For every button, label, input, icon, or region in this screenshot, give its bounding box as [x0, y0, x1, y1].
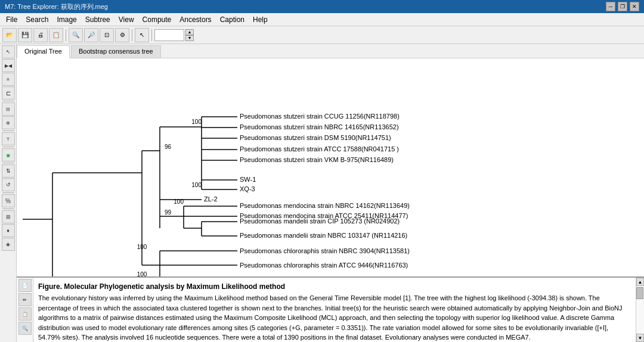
sidebar-sep-3 [2, 147, 14, 147]
menu-ancestors[interactable]: Ancestors [176, 14, 215, 25]
flip-tool[interactable]: ⇅ [2, 164, 15, 178]
toolbar-separator-2 [132, 29, 132, 41]
svg-text:Pseudomonas mendocina strain N: Pseudomonas mendocina strain NBRC 14162(… [240, 202, 410, 209]
spin-down[interactable]: ▼ [185, 35, 194, 41]
svg-text:SW-1: SW-1 [240, 176, 256, 183]
color-tool[interactable]: ■ [2, 148, 15, 161]
toolbar: 📂 💾 🖨 📋 🔍 🔎 ⊡ ⚙ ↖ ▲ ▼ [0, 26, 644, 44]
svg-text:96: 96 [165, 144, 172, 150]
svg-text:Pseudomonas stutzeri strain CC: Pseudomonas stutzeri strain CCUG 11256(N… [240, 113, 400, 120]
svg-text:99: 99 [165, 209, 172, 216]
info-tool[interactable]: % [2, 194, 15, 207]
sidebar-sep-6 [2, 209, 14, 209]
tab-original-tree[interactable]: Original Tree [17, 45, 70, 58]
figure-text: Figure. Molecular Phylogenetic analysis … [33, 278, 636, 342]
copy-button[interactable]: 📋 [49, 28, 63, 42]
menu-bar: File Search Image Subtree View Compute A… [0, 13, 644, 26]
zoom-in-button[interactable]: 🔍 [69, 28, 83, 42]
close-button[interactable]: ✕ [630, 2, 639, 11]
settings-button[interactable]: ⚙ [115, 28, 129, 42]
app-title: M7: Tree Explorer: 获取的序列.meg [5, 2, 108, 11]
menu-image[interactable]: Image [53, 14, 80, 25]
svg-text:Pseudomonas chlororaphis strai: Pseudomonas chlororaphis strain DSM 5008… [240, 276, 411, 276]
scroll-thumb[interactable] [636, 287, 643, 299]
fig-icon-4[interactable]: 🔍 [18, 322, 32, 335]
rotate-tool[interactable]: ↺ [2, 178, 15, 191]
extra-tool-2[interactable]: ♦ [2, 224, 15, 237]
sidebar-sep-1 [2, 101, 14, 101]
figure-icons: 📄 ✏ 📋 🔍 [17, 278, 33, 342]
svg-text:ZL-2: ZL-2 [204, 195, 218, 203]
zoom-out-button[interactable]: 🔎 [84, 28, 98, 42]
fig-icon-1[interactable]: 📄 [18, 279, 32, 292]
figure-scrollbar: ▲ ▼ [636, 278, 644, 342]
restore-button[interactable]: ❐ [618, 2, 627, 11]
svg-text:100: 100 [191, 119, 202, 125]
sidebar-sep-5 [2, 192, 14, 193]
svg-text:100: 100 [191, 182, 202, 188]
print-button[interactable]: 🖨 [33, 28, 48, 42]
scroll-up-button[interactable]: ▲ [636, 278, 644, 286]
svg-text:Pseudomonas chlororaphis strai: Pseudomonas chlororaphis strain ATCC 944… [240, 262, 408, 269]
save-button[interactable]: 💾 [18, 28, 32, 42]
title-bar: M7: Tree Explorer: 获取的序列.meg ─ ❐ ✕ [0, 0, 644, 13]
value-input[interactable] [154, 29, 184, 41]
minimize-button[interactable]: ─ [606, 2, 615, 11]
sidebar-sep-2 [2, 130, 14, 131]
svg-text:Pseudomonas mandelii strain NB: Pseudomonas mandelii strain NBRC 103147 … [240, 232, 407, 239]
svg-text:Pseudomonas chlororaphis strai: Pseudomonas chlororaphis strain NBRC 390… [240, 247, 410, 254]
extra-tool-3[interactable]: ◈ [2, 238, 15, 251]
figure-body: The evolutionary history was inferred by… [38, 294, 623, 341]
value-spinner: ▲ ▼ [185, 29, 194, 41]
svg-text:Pseudomonas mandelii strain CI: Pseudomonas mandelii strain CIP 105273 (… [240, 217, 400, 225]
menu-help[interactable]: Help [249, 14, 271, 25]
open-button[interactable]: 📂 [2, 28, 17, 42]
svg-text:Pseudomonas stutzeri strain DS: Pseudomonas stutzeri strain DSM 5190(NR1… [240, 134, 391, 141]
main-layout: ↖ ▶◀ ≡ ⊏ ⊟ ⊕ T ■ ⇅ ↺ % ⊞ ♦ ◈ Original Tr… [0, 44, 644, 342]
figure-area: 📄 ✏ 📋 🔍 Figure. Molecular Phylogenetic a… [17, 276, 644, 342]
extra-tool-1[interactable]: ⊞ [2, 210, 15, 223]
figure-title: Figure. Molecular Phylogenetic analysis … [38, 281, 631, 292]
menu-compute[interactable]: Compute [139, 14, 175, 25]
spin-up[interactable]: ▲ [185, 29, 194, 35]
content-area: Original Tree Bootstrap consensus tree 0… [17, 44, 644, 342]
fit-button[interactable]: ⊡ [100, 28, 114, 42]
svg-text:Pseudomonas stutzeri strain AT: Pseudomonas stutzeri strain ATCC 17588(N… [240, 145, 399, 153]
sidebar-sep-4 [2, 163, 14, 163]
window-controls: ─ ❐ ✕ [606, 2, 639, 11]
sidebar: ↖ ▶◀ ≡ ⊏ ⊟ ⊕ T ■ ⇅ ↺ % ⊞ ♦ ◈ [0, 44, 17, 342]
cursor-tool[interactable]: ↖ [2, 45, 15, 58]
menu-search[interactable]: Search [22, 14, 52, 25]
svg-text:100: 100 [174, 198, 184, 205]
tree-area[interactable]: 0.020 Cellvibrio mixtus strain ACM 2601 … [17, 58, 644, 276]
fig-icon-3[interactable]: 📋 [18, 307, 32, 321]
zoom-tool[interactable]: ▶◀ [2, 59, 15, 72]
expand-tool[interactable]: ≡ [2, 73, 15, 86]
tab-bar: Original Tree Bootstrap consensus tree [17, 44, 644, 58]
cursor-button[interactable]: ↖ [135, 28, 149, 42]
toolbar-separator-1 [66, 29, 66, 41]
svg-text:100: 100 [137, 244, 147, 250]
scroll-track[interactable] [636, 286, 644, 334]
menu-subtree[interactable]: Subtree [82, 14, 114, 25]
root-tool[interactable]: ⊕ [2, 116, 15, 129]
tab-bootstrap-consensus[interactable]: Bootstrap consensus tree [71, 45, 161, 58]
svg-text:Pseudomonas stutzeri strain NB: Pseudomonas stutzeri strain NBRC 14165(N… [240, 123, 399, 130]
svg-text:Pseudomonas stutzeri strain VK: Pseudomonas stutzeri strain VKM B-975(NR… [240, 156, 394, 163]
svg-text:100: 100 [137, 271, 147, 276]
menu-view[interactable]: View [115, 14, 138, 25]
bracket-tool[interactable]: ⊏ [2, 86, 15, 100]
menu-caption[interactable]: Caption [216, 14, 248, 25]
collapse-tool[interactable]: ⊟ [2, 102, 15, 116]
svg-text:XQ-3: XQ-3 [240, 185, 255, 192]
menu-file[interactable]: File [2, 14, 21, 25]
fig-icon-2[interactable]: ✏ [18, 293, 32, 306]
toolbar-separator-3 [151, 29, 152, 41]
label-tool[interactable]: T [2, 132, 15, 145]
scroll-down-button[interactable]: ▼ [636, 334, 644, 342]
